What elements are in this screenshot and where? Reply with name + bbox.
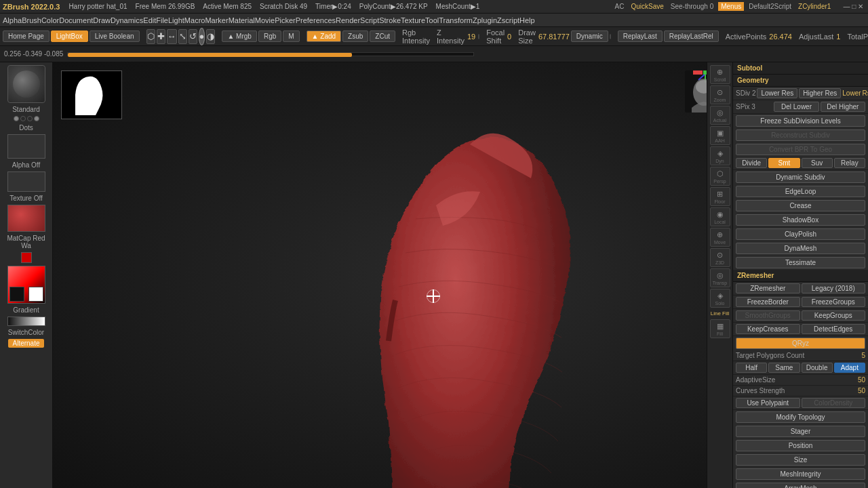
use-polypaint-btn[interactable]: Use Polypaint [736, 398, 800, 408]
stager-btn[interactable]: Stager [736, 426, 865, 437]
dot-4[interactable] [34, 116, 39, 121]
menu-stroke[interactable]: Stroke [379, 16, 401, 24]
menu-tool[interactable]: Tool [425, 16, 439, 24]
switch-color[interactable]: SwitchColor [8, 329, 44, 336]
reconstruct-subdiv-btn[interactable]: Reconstruct Subdiv [736, 129, 865, 141]
menu-macro[interactable]: Macro [184, 16, 205, 24]
color-small[interactable] [21, 252, 32, 263]
smooth-groups-btn[interactable]: SmoothGroups [736, 310, 800, 321]
menu-file[interactable]: File [156, 16, 168, 24]
double-btn[interactable]: Double [802, 363, 833, 373]
replay-last-rel-btn[interactable]: ReplayLastRel [664, 30, 719, 42]
lower-res-btn[interactable]: Lower Res [757, 88, 797, 98]
subtool-title[interactable]: Subtool [733, 62, 868, 75]
color-swatch[interactable] [7, 266, 45, 304]
menu-zscript[interactable]: Zscript [497, 16, 519, 24]
canvas-area[interactable]: ⊕Scroll ⊙Zoom ◎Actual ▣AAH ◈Dyn ⬡Persp ⊞… [53, 62, 732, 488]
zremesher-btn[interactable]: ZRemesher [736, 283, 800, 293]
menu-draw[interactable]: Draw [93, 16, 111, 24]
sculpt-zoom-icon[interactable]: ⊙Zoom [710, 85, 730, 104]
menu-alpha[interactable]: Alpha [3, 16, 22, 24]
smt-btn[interactable]: Smt [768, 158, 800, 168]
zcut-btn[interactable]: ZCut [370, 30, 395, 42]
clay-polish-btn[interactable]: ClayPolish [736, 228, 865, 240]
dynamic-btn[interactable]: Dynamic [571, 30, 608, 42]
divide-btn[interactable]: Divide [736, 158, 767, 168]
move-btn[interactable]: ↔ [167, 29, 177, 44]
menu-marker[interactable]: Marker [205, 16, 228, 24]
same-btn[interactable]: Same [768, 363, 800, 373]
z-intensity-slider[interactable] [478, 34, 479, 39]
menu-light[interactable]: Light [168, 16, 184, 24]
menu-movie[interactable]: Movie [255, 16, 275, 24]
sphere-btn[interactable]: ● [199, 28, 205, 45]
dot-2[interactable] [20, 116, 26, 121]
alternate-btn[interactable]: Alternate [8, 339, 43, 348]
del-lower-btn[interactable]: Del Lower [774, 102, 818, 112]
sculpt-scroll-icon[interactable]: ⊕Scroll [710, 65, 730, 84]
menu-render[interactable]: Render [336, 16, 360, 24]
lightbox-btn[interactable]: LightBox [51, 30, 88, 42]
zsub-btn[interactable]: Zsub [342, 30, 368, 42]
geometry-title[interactable]: Geometry [733, 75, 868, 87]
draw-plus-btn[interactable]: ✚ [157, 29, 165, 44]
dyna-mesh-btn[interactable]: DynaMesh [736, 243, 865, 254]
freeze-groups-btn[interactable]: FreezeGroups [802, 297, 866, 307]
home-page-btn[interactable]: Home Page [3, 30, 50, 42]
sculpt-zoom3d-icon[interactable]: ⊙Z3D [710, 248, 730, 267]
texture-preview[interactable] [7, 171, 45, 192]
rotate-btn[interactable]: ↺ [189, 29, 197, 44]
brush-preview[interactable] [7, 65, 45, 103]
menu-texture[interactable]: Texture [401, 16, 425, 24]
sculpt-floor-icon[interactable]: ⊞Floor [710, 187, 730, 206]
color-density-btn[interactable]: ColorDensity [802, 398, 866, 408]
menu-material[interactable]: Material [229, 16, 255, 24]
see-through-btn[interactable]: See-through 0 [669, 3, 715, 10]
size-btn[interactable]: Size [736, 454, 865, 466]
menu-dynamics[interactable]: Dynamics [111, 16, 143, 24]
higher-res-btn[interactable]: Higher Res [799, 88, 841, 98]
menus-btn[interactable]: Menus [718, 2, 744, 11]
menu-color[interactable]: Color [41, 16, 59, 24]
draw-polygon-btn[interactable]: ⬡ [146, 29, 155, 44]
array-mesh-btn[interactable]: ArrayMesh [736, 483, 865, 488]
suv-btn[interactable]: Suv [802, 158, 833, 168]
freeze-subdiv-btn[interactable]: Freeze SubDivision Levels [736, 115, 865, 127]
scale-btn[interactable]: ⤡ [178, 29, 187, 44]
menu-zplugin[interactable]: Zplugin [473, 16, 497, 24]
half-btn[interactable]: Half [736, 363, 767, 373]
menu-document[interactable]: Document [59, 16, 93, 24]
keep-groups-btn[interactable]: KeepGroups [802, 310, 866, 321]
legacy-btn[interactable]: Legacy (2018) [802, 283, 866, 293]
relay-btn[interactable]: Relay [834, 158, 865, 168]
dot-1[interactable] [14, 116, 19, 121]
menu-transform[interactable]: Transform [439, 16, 473, 24]
rgb-btn[interactable]: Rgb [258, 30, 281, 42]
sculpt-linefill-icon[interactable]: ▦Fill [710, 319, 730, 338]
alpha-preview[interactable] [7, 134, 45, 159]
keep-creases-btn[interactable]: KeepCreases [736, 324, 800, 334]
detect-edges-btn[interactable]: DetectEdges [802, 324, 866, 334]
shadow-box-btn[interactable]: ShadowBox [736, 214, 865, 226]
swatch-white[interactable] [28, 287, 43, 302]
sculpt-solo-icon[interactable]: ◈Solo [710, 289, 730, 308]
mesh-integrity-btn[interactable]: MeshIntegrity [736, 468, 865, 480]
live-boolean-btn[interactable]: Live Boolean [90, 30, 140, 42]
sculpt-dynamic-icon[interactable]: ◈Dyn [710, 146, 730, 165]
edge-loop-btn[interactable]: EdgeLoop [736, 186, 865, 197]
convert-bpr-btn[interactable]: Convert BPR To Geo [736, 144, 865, 155]
dot-3[interactable] [27, 116, 33, 121]
menu-help[interactable]: Help [519, 16, 535, 24]
flat-btn[interactable]: ◑ [206, 29, 215, 44]
sculpt-transp-icon[interactable]: ◎Transp [710, 268, 730, 287]
modify-topology-btn[interactable]: Modify Topology [736, 411, 865, 423]
replay-last-btn[interactable]: ReplayLast [618, 30, 663, 42]
sculpt-aa-icon[interactable]: ▣AAH [710, 126, 730, 145]
adapt-btn[interactable]: Adapt [834, 363, 865, 373]
tessimate-btn[interactable]: Tessimate [736, 257, 865, 268]
draw-size-slider[interactable] [610, 34, 611, 39]
menu-edit[interactable]: Edit [143, 16, 156, 24]
default2script-btn[interactable]: Default2Script [747, 3, 793, 10]
quicksave-btn[interactable]: QuickSave [629, 3, 665, 10]
zadd-btn[interactable]: ▲ Zadd [307, 30, 341, 42]
